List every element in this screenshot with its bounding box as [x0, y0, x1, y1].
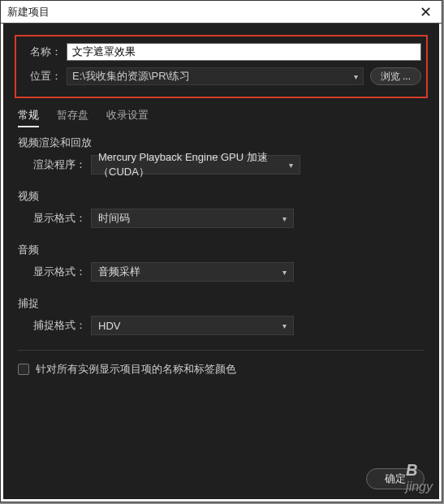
section-render: 视频渲染和回放 渲染程序： Mercury Playback Engine GP…: [18, 136, 425, 174]
show-names-checkbox[interactable]: [18, 364, 29, 375]
checkbox-row: 针对所有实例显示项目项的名称和标签颜色: [18, 362, 425, 377]
new-project-dialog: 新建项目 ✕ 名称： 位置： E:\我收集的资源\PR\练习 ▾ 浏览 ... …: [0, 0, 442, 502]
audio-format-select[interactable]: 音频采样 ▾: [91, 262, 294, 282]
location-select[interactable]: E:\我收集的资源\PR\练习 ▾: [67, 67, 364, 85]
chevron-down-icon: ▾: [282, 268, 287, 277]
chevron-down-icon: ▾: [289, 161, 293, 170]
tab-ingest-settings[interactable]: 收录设置: [106, 108, 149, 127]
section-capture: 捕捉 捕捉格式： HDV ▾: [18, 296, 425, 335]
video-format-select[interactable]: 时间码 ▾: [91, 209, 294, 228]
tab-general[interactable]: 常规: [18, 108, 39, 127]
chevron-down-icon: ▾: [282, 321, 287, 330]
chevron-down-icon: ▾: [354, 72, 358, 81]
name-input[interactable]: [67, 43, 421, 61]
chevron-down-icon: ▾: [282, 214, 287, 223]
video-format-label: 显示格式：: [29, 211, 86, 226]
capture-format-select[interactable]: HDV ▾: [91, 316, 294, 335]
renderer-label: 渲染程序：: [29, 157, 86, 172]
checkbox-label: 针对所有实例显示项目项的名称和标签颜色: [36, 362, 236, 377]
section-capture-title: 捕捉: [18, 296, 425, 311]
capture-format-row: 捕捉格式： HDV ▾: [18, 316, 425, 335]
dialog-title: 新建项目: [7, 5, 50, 19]
section-video: 视频 显示格式： 时间码 ▾: [18, 189, 425, 228]
section-audio-title: 音频: [18, 243, 425, 257]
name-row: 名称：: [21, 43, 421, 61]
location-row: 位置： E:\我收集的资源\PR\练习 ▾ 浏览 ...: [21, 67, 421, 85]
capture-format-label: 捕捉格式：: [29, 318, 86, 333]
name-label: 名称：: [21, 45, 62, 59]
highlight-region: 名称： 位置： E:\我收集的资源\PR\练习 ▾ 浏览 ...: [15, 35, 428, 98]
tab-scratch-disks[interactable]: 暂存盘: [57, 108, 88, 127]
dialog-body: 名称： 位置： E:\我收集的资源\PR\练习 ▾ 浏览 ... 常规 暂存盘 …: [3, 24, 439, 499]
titlebar: 新建项目 ✕: [1, 1, 442, 24]
section-audio: 音频 显示格式： 音频采样 ▾: [18, 243, 425, 282]
section-render-title: 视频渲染和回放: [18, 136, 425, 150]
section-video-title: 视频: [18, 189, 425, 204]
location-value: E:\我收集的资源\PR\练习: [72, 69, 190, 84]
location-label: 位置：: [21, 69, 62, 84]
divider: [18, 350, 425, 351]
renderer-select[interactable]: Mercury Playback Engine GPU 加速（CUDA） ▾: [91, 155, 300, 174]
video-format-row: 显示格式： 时间码 ▾: [18, 209, 425, 228]
renderer-row: 渲染程序： Mercury Playback Engine GPU 加速（CUD…: [18, 155, 425, 174]
close-icon[interactable]: ✕: [415, 3, 437, 21]
audio-format-label: 显示格式：: [29, 265, 86, 279]
browse-button[interactable]: 浏览 ...: [370, 67, 421, 85]
tabs: 常规 暂存盘 收录设置: [15, 106, 428, 127]
watermark: B jingy: [406, 461, 433, 494]
audio-format-row: 显示格式： 音频采样 ▾: [18, 262, 425, 282]
